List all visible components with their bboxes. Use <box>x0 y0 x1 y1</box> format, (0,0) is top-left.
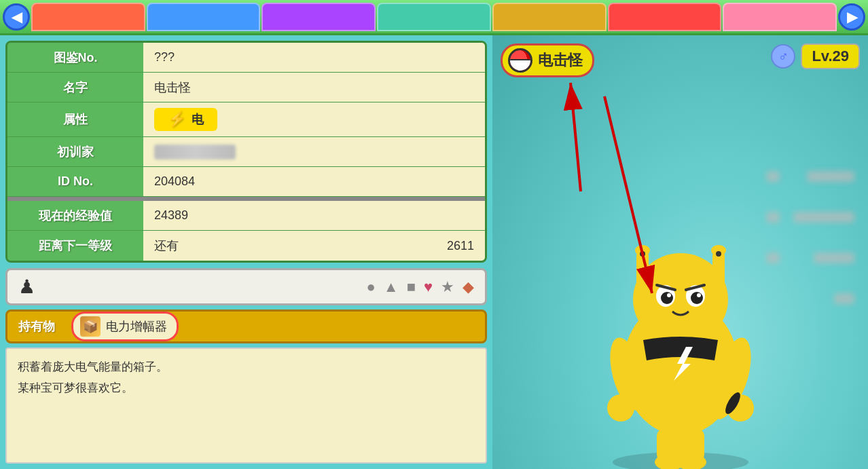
right-panel: 电击怪 ♂ Lv.29 <box>492 35 868 469</box>
pokedex-value: ??? <box>143 43 485 72</box>
square-shape[interactable]: ■ <box>407 278 416 296</box>
type-row: 属性 ⚡ 电 <box>7 102 485 137</box>
mark-panel: ♟ ● ▲ ■ ♥ ★ ◆ <box>5 268 487 305</box>
nav-tab-6[interactable] <box>608 3 722 31</box>
next-level-row: 距离下一等级 还有 2611 <box>7 231 485 261</box>
type-badge: ⚡ 电 <box>154 108 217 131</box>
left-panel: 图鉴No. ??? 名字 电击怪 属性 ⚡ 电 初训家 <box>0 35 492 469</box>
next-level-label: 距离下一等级 <box>7 231 143 261</box>
held-item-name: 电力增幅器 <box>106 318 167 335</box>
name-label: 名字 <box>7 73 143 102</box>
star-shape[interactable]: ★ <box>441 278 454 296</box>
gender-icon: ♂ <box>771 44 795 69</box>
type-text: 电 <box>192 111 204 128</box>
svg-point-15 <box>691 292 703 304</box>
pokedex-row: 图鉴No. ??? <box>7 43 485 73</box>
id-row: ID No. 204084 <box>7 167 485 197</box>
circle-shape[interactable]: ● <box>367 278 376 296</box>
held-item-label: 持有物 <box>7 318 66 335</box>
pokemon-info-table: 图鉴No. ??? 名字 电击怪 属性 ⚡ 电 初训家 <box>5 41 487 263</box>
top-navigation: ◀ ▶ <box>0 0 868 35</box>
gender-level-bar: ♂ Lv.29 <box>771 43 860 69</box>
id-label: ID No. <box>7 167 143 196</box>
pokemon-name: 电击怪 <box>538 50 583 71</box>
next-level-num: 2611 <box>447 239 474 253</box>
nav-tab-1[interactable] <box>31 3 145 31</box>
held-item-badge: 📦 电力增幅器 <box>71 312 179 341</box>
nav-tab-3[interactable] <box>261 3 376 31</box>
nav-tab-7[interactable] <box>723 3 837 31</box>
svg-point-10 <box>640 251 645 257</box>
blur-name-4 <box>834 293 854 304</box>
name-value: 电击怪 <box>143 73 485 102</box>
desc-line-2: 某种宝可梦很喜欢它。 <box>18 378 475 399</box>
mark-shapes: ● ▲ ■ ♥ ★ ◆ <box>367 278 474 296</box>
blur-name-3 <box>814 252 854 263</box>
diamond-shape[interactable]: ◆ <box>463 278 474 296</box>
item-icon: 📦 <box>80 316 101 337</box>
trainer-value <box>143 137 485 166</box>
svg-point-17 <box>697 293 701 297</box>
desc-line-1: 积蓄着庞大电气能量的箱子。 <box>18 357 475 378</box>
trainer-row: 初训家 <box>7 137 485 167</box>
type-value: ⚡ 电 <box>143 102 485 136</box>
nav-tab-5[interactable] <box>492 3 607 31</box>
svg-point-23 <box>607 394 634 421</box>
type-label: 属性 <box>7 102 143 136</box>
main-content: 图鉴No. ??? 名字 电击怪 属性 ⚡ 电 初训家 <box>0 35 868 469</box>
nav-tab-4[interactable] <box>377 3 491 31</box>
person-icon: ♟ <box>18 276 35 298</box>
level-badge: Lv.29 <box>801 43 860 69</box>
name-row: 名字 电击怪 <box>7 73 485 102</box>
lightning-icon: ⚡ <box>168 111 186 128</box>
pokemon-character <box>572 157 789 469</box>
exp-value: 24389 <box>143 201 485 230</box>
exp-label: 现在的经验值 <box>7 201 143 230</box>
next-level-text: 还有 <box>154 238 179 254</box>
blur-name-1 <box>807 171 854 182</box>
nav-right-arrow[interactable]: ▶ <box>838 3 865 31</box>
svg-point-11 <box>716 251 721 257</box>
heart-shape[interactable]: ♥ <box>424 278 433 296</box>
pokemon-name-bar: 电击怪 <box>501 43 594 77</box>
trainer-label: 初训家 <box>7 137 143 166</box>
svg-point-14 <box>661 292 673 304</box>
held-item-row: 持有物 📦 电力增幅器 <box>5 309 487 343</box>
pokedex-label: 图鉴No. <box>7 43 143 72</box>
blur-name-2 <box>793 212 854 223</box>
nav-left-arrow[interactable]: ◀ <box>3 3 30 31</box>
trainer-blurred <box>154 145 236 160</box>
svg-rect-6 <box>636 252 649 289</box>
pokemon-description: 积蓄着庞大电气能量的箱子。 某种宝可梦很喜欢它。 <box>5 348 487 464</box>
svg-rect-8 <box>712 252 725 289</box>
next-level-value: 还有 2611 <box>143 231 485 261</box>
id-value: 204084 <box>143 167 485 196</box>
triangle-shape[interactable]: ▲ <box>384 278 399 296</box>
svg-point-16 <box>667 293 671 297</box>
pokeball-icon <box>508 48 532 73</box>
nav-tab-2[interactable] <box>147 3 261 31</box>
exp-row: 现在的经验值 24389 <box>7 201 485 231</box>
